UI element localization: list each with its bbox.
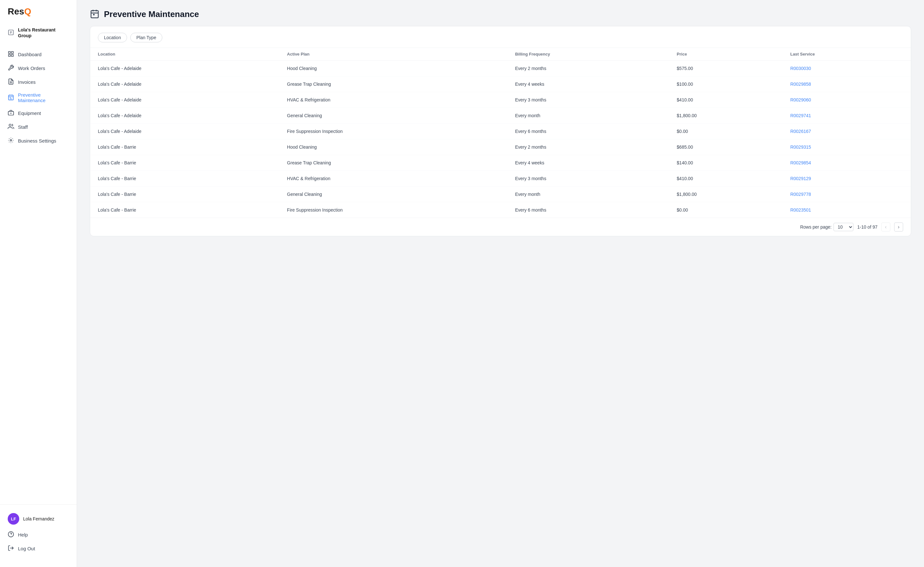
- svg-rect-3: [9, 54, 10, 57]
- col-price: Price: [669, 48, 783, 61]
- cell-3: $575.00: [669, 61, 783, 77]
- sidebar-bottom: LF Lola Fernandez Help Log Out: [0, 504, 76, 561]
- svg-point-14: [9, 124, 11, 126]
- last-service-link[interactable]: R0029741: [790, 113, 811, 118]
- cell-0: Lola's Cafe - Barrie: [90, 202, 279, 218]
- svg-point-15: [10, 140, 12, 141]
- page-title: Preventive Maintenance: [104, 9, 199, 19]
- cell-last-service: R0030030: [783, 61, 911, 77]
- filter-location[interactable]: Location: [98, 33, 127, 42]
- cell-3: $1,800.00: [669, 108, 783, 123]
- main-content: Preventive Maintenance Location Plan Typ…: [77, 0, 924, 567]
- page-header: Preventive Maintenance: [77, 0, 924, 26]
- table-row: Lola's Cafe - BarrieGeneral CleaningEver…: [90, 186, 911, 202]
- cell-last-service: R0029778: [783, 186, 911, 202]
- cell-3: $1,800.00: [669, 186, 783, 202]
- staff-icon: [8, 123, 14, 131]
- sidebar-item-label: Equipment: [18, 110, 41, 116]
- pm-icon: [8, 94, 14, 101]
- settings-icon: [8, 137, 14, 144]
- pm-page-icon: [90, 9, 99, 20]
- cell-last-service: R0029060: [783, 92, 911, 108]
- cell-1: General Cleaning: [279, 108, 507, 123]
- cell-last-service: R0026167: [783, 123, 911, 139]
- cell-last-service: R0029315: [783, 139, 911, 155]
- sidebar-item-preventive-maintenance[interactable]: Preventive Maintenance: [0, 89, 76, 106]
- user-name: Lola Fernandez: [23, 516, 54, 522]
- cell-1: Grease Trap Cleaning: [279, 77, 507, 92]
- table-row: Lola's Cafe - BarrieHood CleaningEvery 2…: [90, 139, 911, 155]
- cell-3: $0.00: [669, 123, 783, 139]
- table-row: Lola's Cafe - AdelaideGrease Trap Cleani…: [90, 77, 911, 92]
- last-service-link[interactable]: R0029778: [790, 192, 811, 197]
- cell-2: Every 4 weeks: [507, 77, 669, 92]
- cell-0: Lola's Cafe - Barrie: [90, 139, 279, 155]
- table-row: Lola's Cafe - BarrieFire Suppression Ins…: [90, 202, 911, 218]
- last-service-link[interactable]: R0029060: [790, 97, 811, 102]
- col-last-service: Last Service: [783, 48, 911, 61]
- prev-page-button[interactable]: ‹: [881, 223, 890, 232]
- table-row: Lola's Cafe - BarrieHVAC & Refrigeration…: [90, 171, 911, 186]
- cell-last-service: R0029129: [783, 171, 911, 186]
- avatar: LF: [8, 513, 19, 525]
- cell-3: $410.00: [669, 92, 783, 108]
- table-row: Lola's Cafe - AdelaideGeneral CleaningEv…: [90, 108, 911, 123]
- sidebar-item-help[interactable]: Help: [0, 528, 76, 541]
- cell-2: Every month: [507, 186, 669, 202]
- cell-0: Lola's Cafe - Adelaide: [90, 61, 279, 77]
- logo-q: Q: [24, 6, 31, 17]
- last-service-link[interactable]: R0029129: [790, 176, 811, 181]
- cell-1: Hood Cleaning: [279, 139, 507, 155]
- cell-3: $100.00: [669, 77, 783, 92]
- cell-0: Lola's Cafe - Barrie: [90, 171, 279, 186]
- last-service-link[interactable]: R0029854: [790, 160, 811, 165]
- table-row: Lola's Cafe - AdelaideHVAC & Refrigerati…: [90, 92, 911, 108]
- sidebar-item-staff[interactable]: Staff: [0, 120, 76, 134]
- sidebar-item-business-settings[interactable]: Business Settings: [0, 134, 76, 148]
- cell-1: Grease Trap Cleaning: [279, 155, 507, 171]
- cell-2: Every 4 weeks: [507, 155, 669, 171]
- cell-0: Lola's Cafe - Barrie: [90, 155, 279, 171]
- last-service-link[interactable]: R0030030: [790, 66, 811, 71]
- sidebar-item-label: Help: [18, 532, 28, 537]
- help-icon: [8, 531, 14, 538]
- sidebar-item-dashboard[interactable]: Dashboard: [0, 48, 76, 61]
- main-card: Location Plan Type Location Active Plan …: [90, 26, 911, 236]
- last-service-link[interactable]: R0026167: [790, 129, 811, 134]
- cell-3: $140.00: [669, 155, 783, 171]
- cell-3: $410.00: [669, 171, 783, 186]
- cell-0: Lola's Cafe - Barrie: [90, 186, 279, 202]
- cell-1: General Cleaning: [279, 186, 507, 202]
- next-page-button[interactable]: ›: [894, 223, 903, 232]
- table-row: Lola's Cafe - BarrieGrease Trap Cleaning…: [90, 155, 911, 171]
- sidebar-item-equipment[interactable]: Equipment: [0, 106, 76, 120]
- org-name: Lola's Restaurant Group: [18, 27, 69, 39]
- sidebar-item-label: Invoices: [18, 79, 36, 85]
- sidebar-item-label: Business Settings: [18, 138, 56, 143]
- sidebar-item-label: Dashboard: [18, 52, 41, 57]
- user-info: LF Lola Fernandez: [0, 510, 76, 528]
- org-info: Lola's Restaurant Group: [0, 24, 76, 45]
- logo-text: ResQ: [8, 6, 31, 17]
- last-service-link[interactable]: R0029858: [790, 81, 811, 87]
- cell-2: Every 6 months: [507, 202, 669, 218]
- cell-last-service: R0029741: [783, 108, 911, 123]
- last-service-link[interactable]: R0029315: [790, 144, 811, 150]
- last-service-link[interactable]: R0023501: [790, 208, 811, 212]
- page-info: 1-10 of 97: [857, 224, 878, 230]
- sidebar-item-label: Work Orders: [18, 66, 45, 71]
- rows-per-page-select[interactable]: 10 25 50 100: [834, 223, 854, 231]
- sidebar-item-invoices[interactable]: Invoices: [0, 75, 76, 89]
- cell-last-service: R0029858: [783, 77, 911, 92]
- sidebar-item-log-out[interactable]: Log Out: [0, 541, 76, 555]
- sidebar-item-label: Preventive Maintenance: [18, 92, 69, 103]
- cell-last-service: R0023501: [783, 202, 911, 218]
- col-location: Location: [90, 48, 279, 61]
- filter-plan-type[interactable]: Plan Type: [130, 33, 162, 42]
- rows-per-page: Rows per page: 10 25 50 100: [800, 223, 854, 231]
- sidebar-item-work-orders[interactable]: Work Orders: [0, 61, 76, 75]
- pagination-bar: Rows per page: 10 25 50 100 1-10 of 97 ‹…: [90, 218, 911, 236]
- svg-rect-4: [12, 54, 14, 57]
- filter-bar: Location Plan Type: [90, 26, 911, 48]
- equipment-icon: [8, 110, 14, 117]
